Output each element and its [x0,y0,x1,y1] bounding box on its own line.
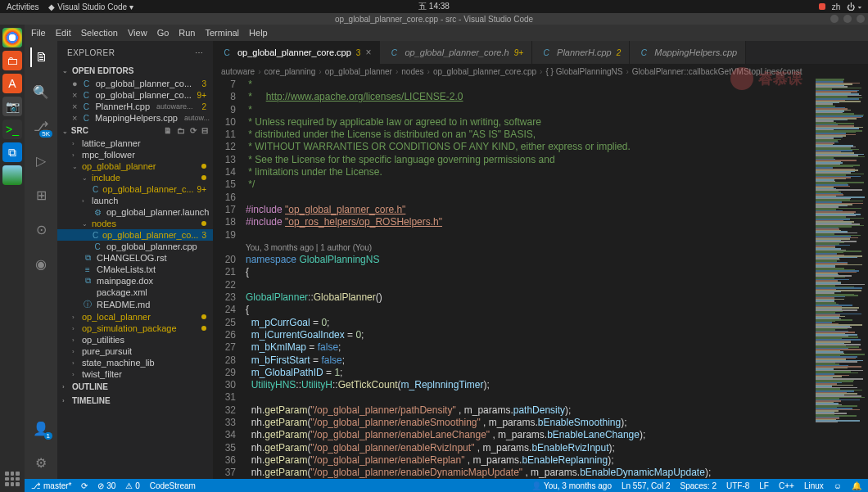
file-item[interactable]: package.xml [57,287,213,298]
menu-run[interactable]: Run [179,28,195,38]
window-title: op_global_planner_core.cpp - src - Visua… [335,15,533,24]
editor-tab[interactable]: Cop_global_planner_core.h9+ [380,41,532,64]
menu-file[interactable]: File [31,28,46,38]
close-window-button[interactable] [857,15,865,23]
codestream-icon[interactable]: ◉ [31,254,51,273]
folder-item[interactable]: ›state_machine_lib [57,357,213,368]
codestream-status[interactable]: CodeStream [150,481,196,490]
file-item[interactable]: Cop_global_planner.cpp [57,241,213,252]
file-item[interactable]: ⓘREADME.md [57,298,213,311]
close-tab-icon: × [365,47,371,58]
menu-go[interactable]: Go [157,28,170,38]
folder-item[interactable]: ›launch [57,195,213,206]
menu-selection[interactable]: Selection [81,28,118,38]
apps-button[interactable] [2,469,22,489]
folder-item[interactable]: ⌄nodes [57,218,213,229]
open-editors-header[interactable]: ⌄OPEN EDITORS [57,64,213,78]
folder-item[interactable]: ⌄include [57,172,213,183]
app-indicator[interactable]: ◆ Visual Studio Code ▾ [48,2,133,11]
folder-item[interactable]: ›mpc_follower [57,149,213,160]
editor-tab[interactable]: CPlannerH.cpp2 [532,41,630,64]
editor-tab[interactable]: CMappingHelpers.cpp [630,41,746,64]
language-status[interactable]: C++ [779,481,794,490]
timeline-header[interactable]: ›TIMELINE [57,394,213,408]
os-top-bar: Activities ◆ Visual Studio Code ▾ 五 14:3… [0,0,868,13]
explorer-icon[interactable]: 🗎 [30,47,50,67]
file-item[interactable]: ⧉mainpage.dox [57,275,213,287]
terminal-icon[interactable]: >_ [2,120,22,139]
folder-item[interactable]: ›lattice_planner [57,138,213,149]
sync-button[interactable]: ⟳ [81,481,88,490]
open-editor-item[interactable]: × Cop_global_planner_co...9+ [57,89,213,101]
file-item[interactable]: ≡CMakeLists.txt [57,264,213,275]
settings-icon[interactable]: ⚙ [31,453,51,472]
status-bar: ⎇ master* ⟳ ⊘ 30 ⚠ 0 CodeStream 👤 You, 3… [25,479,868,492]
chrome-icon[interactable] [2,28,22,47]
search-icon[interactable]: 🔍 [31,82,51,102]
menu-edit[interactable]: Edit [56,28,71,38]
eol-status[interactable]: LF [759,481,769,490]
open-editor-item[interactable]: × CMappingHelpers.cppautow... [57,112,213,124]
errors-indicator[interactable]: ⊘ 30 [97,481,115,490]
vscode-window: FileEditSelectionViewGoRunTerminalHelp 🗎… [25,25,868,479]
window-title-bar: op_global_planner_core.cpp - src - Visua… [0,13,868,25]
folder-item[interactable]: ›twist_filter [57,368,213,380]
menu-terminal[interactable]: Terminal [206,28,240,38]
minimize-button[interactable] [830,15,839,23]
folder-item[interactable]: ›pure_pursuit [57,345,213,357]
menu-view[interactable]: View [128,28,147,38]
clock[interactable]: 五 14:38 [418,1,450,12]
breadcrumb[interactable]: autoware›core_planning›op_global_planner… [213,64,868,79]
tab-bar: Cop_global_planner_core.cpp3×Cop_global_… [213,41,868,64]
file-item[interactable]: ⚙op_global_planner.launch [57,206,213,218]
new-file-icon[interactable]: 🗎 [164,126,172,135]
branch-indicator[interactable]: ⎇ master* [31,481,71,490]
menu-help[interactable]: Help [249,28,268,38]
collapse-icon[interactable]: ⊟ [201,126,208,135]
code-editor[interactable]: 7891011121314151617181920212223242526272… [213,79,868,479]
git-blame[interactable]: 👤 You, 3 months ago [531,481,612,490]
outline-header[interactable]: ›OUTLINE [57,380,213,394]
new-folder-icon[interactable]: 🗀 [177,126,185,135]
file-item[interactable]: ⧉CHANGELOG.rst [57,252,213,264]
folder-item[interactable]: ›op_local_planner [57,311,213,323]
record-icon[interactable] [819,3,825,10]
indent-status[interactable]: Spaces: 2 [680,481,716,490]
open-editor-item[interactable]: × CPlannerH.cppautoware...2 [57,101,213,112]
notifications-icon[interactable]: 🔔 [852,481,861,490]
os-status[interactable]: Linux [804,481,824,490]
folder-item[interactable]: ›op_simulation_package [57,323,213,334]
warnings-indicator[interactable]: ⚠ 0 [125,481,139,490]
source-control-icon[interactable]: ⎇5K [31,116,51,136]
dock: 🗀 A 📷 >_ ⧉ [0,25,25,492]
encoding-status[interactable]: UTF-8 [726,481,749,490]
cursor-position[interactable]: Ln 557, Col 2 [622,481,671,490]
system-menu[interactable]: ⏻ ▾ [847,2,861,11]
folder-header[interactable]: ⌄ SRC 🗎 🗀 ⟳ ⊟ [57,124,213,138]
image-icon[interactable] [2,165,22,185]
activity-bar: 🗎 🔍 ⎇5K ▷ ⊞ ⊙ ◉ 👤1 ⚙ [25,41,57,479]
feedback-icon[interactable]: ☺ [834,481,842,490]
run-debug-icon[interactable]: ▷ [31,151,51,170]
editor-tab[interactable]: Cop_global_planner_core.cpp3× [213,41,380,64]
file-item[interactable]: Cop_global_planner_co...3 [57,229,213,241]
activities-button[interactable]: Activities [7,2,38,11]
extensions-icon[interactable]: ⊞ [31,185,51,205]
minimap[interactable] [812,79,868,479]
folder-item[interactable]: ⌄op_global_planner [57,160,213,172]
screenshot-icon[interactable]: 📷 [2,97,22,116]
editor-area: Cop_global_planner_core.cpp3×Cop_global_… [213,41,868,479]
software-icon[interactable]: A [2,74,22,93]
more-icon[interactable]: ⋯ [195,48,204,57]
refresh-icon[interactable]: ⟳ [190,126,197,135]
folder-item[interactable]: ›op_utilities [57,334,213,345]
open-editor-item[interactable]: ● Cop_global_planner_co...3 [57,78,213,89]
maximize-button[interactable] [843,15,852,23]
remote-icon[interactable]: ⊙ [31,219,51,239]
account-icon[interactable]: 👤1 [31,418,51,438]
ime-indicator[interactable]: zh [832,2,841,11]
file-item[interactable]: Cop_global_planner_c...9+ [57,183,213,195]
files-icon[interactable]: 🗀 [2,51,22,70]
vscode-icon[interactable]: ⧉ [2,142,22,162]
sidebar-title: EXPLORER⋯ [57,41,213,64]
